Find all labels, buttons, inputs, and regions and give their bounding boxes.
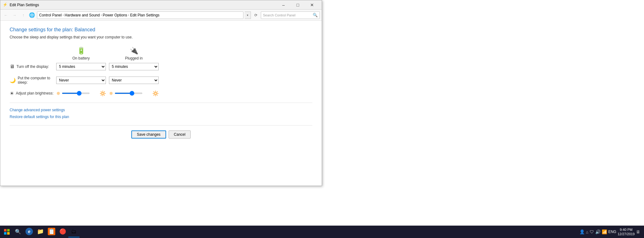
sleep-icon: 🌙: [10, 77, 16, 83]
search-icon[interactable]: 🔍: [313, 13, 318, 17]
close-button[interactable]: ✕: [305, 0, 319, 10]
window-icon: ⚡: [3, 2, 8, 7]
restore-defaults-link[interactable]: Restore default settings for this plan: [10, 115, 312, 119]
display-label: 🖥 Turn off the display:: [10, 64, 56, 69]
maximize-button[interactable]: □: [291, 0, 305, 10]
titlebar: ⚡ Edit Plan Settings – □ ✕: [0, 0, 322, 10]
back-button[interactable]: ←: [2, 11, 10, 19]
brightness-controls: 🔅 🔆 🔅 🔆: [56, 90, 159, 96]
taskbar-app4-button[interactable]: 🔴: [57, 226, 68, 237]
battery-column-header: 🔋 On battery: [56, 47, 106, 60]
brightness-plugged-slider[interactable]: [115, 93, 143, 94]
sleep-battery-select[interactable]: 5 minutes 10 minutes 15 minutes 30 minut…: [56, 77, 106, 84]
brightness-label-text: Adjust plan brightness:: [16, 91, 53, 95]
path-power-options: Power Options: [103, 13, 127, 17]
tray-speaker-icon[interactable]: 🔊: [595, 229, 601, 234]
brightness-battery-min-icon: 🔅: [56, 91, 61, 95]
bottom-buttons: Save changes Cancel: [10, 130, 312, 142]
svg-rect-1: [7, 229, 10, 231]
taskbar-ie-button[interactable]: e: [24, 226, 35, 237]
tray-date-text: 12/27/2019: [618, 232, 635, 236]
brightness-battery-group: 🔅 🔆: [56, 90, 106, 96]
taskbar-explorer-button[interactable]: 📁: [35, 226, 46, 237]
display-label-text: Turn off the display:: [16, 64, 49, 69]
main-window: ⚡ Edit Plan Settings – □ ✕ ← → ↑ 🌐 Contr…: [0, 0, 322, 186]
up-button[interactable]: ↑: [20, 11, 27, 19]
brightness-battery-slider[interactable]: [62, 93, 90, 94]
battery-icon: 🔋: [77, 47, 85, 55]
sleep-setting-row: 🌙 Put the computer to sleep: 5 minutes 1…: [10, 76, 312, 85]
battery-label: On battery: [72, 56, 90, 60]
tray-time-text: 9:40 PM: [620, 227, 633, 232]
svg-rect-0: [4, 229, 7, 231]
brightness-plugged-slider-container: [115, 90, 151, 96]
display-battery-wrapper: 1 minute 2 minutes 3 minutes 5 minutes 1…: [56, 63, 106, 70]
sleep-controls: 5 minutes 10 minutes 15 minutes 30 minut…: [56, 77, 159, 84]
brightness-battery-max-icon: 🔆: [100, 90, 106, 96]
tray-language[interactable]: ENG: [608, 230, 616, 234]
taskbar-tray: 👤 △ 🛡 🔊 📶 ENG 9:40 PM 12/27/2019 🖥: [577, 227, 643, 236]
plugged-column-header: 🔌 Plugged in: [109, 47, 159, 60]
display-controls: 1 minute 2 minutes 3 minutes 5 minutes 1…: [56, 63, 159, 70]
brightness-plugged-group: 🔅 🔆: [109, 90, 159, 96]
display-icon: 🖥: [10, 64, 15, 69]
window-title: Edit Plan Settings: [10, 3, 39, 7]
brightness-icon: ☀: [10, 90, 14, 96]
refresh-button[interactable]: ⟳: [252, 11, 260, 19]
tray-expand-icon[interactable]: △: [586, 230, 588, 234]
search-placeholder-text: Search Control Panel: [263, 13, 311, 17]
tray-security-icon[interactable]: 🛡: [590, 229, 594, 234]
addressbar: ← → ↑ 🌐 Control Panel › Hardware and Sou…: [0, 10, 322, 21]
path-control-panel: Control Panel: [39, 13, 62, 17]
address-path[interactable]: Control Panel › Hardware and Sound › Pow…: [37, 11, 243, 19]
brightness-setting-row: ☀ Adjust plan brightness: 🔅 🔆 🔅: [10, 90, 312, 96]
page-subtitle: Choose the sleep and display settings th…: [10, 35, 312, 39]
search-box[interactable]: Search Control Panel 🔍: [261, 11, 320, 19]
address-dropdown-button[interactable]: ▾: [245, 11, 251, 19]
tray-show-desktop-icon[interactable]: 🖥: [636, 229, 640, 234]
advanced-settings-link[interactable]: Change advanced power settings: [10, 108, 312, 112]
start-button[interactable]: [1, 226, 12, 237]
sleep-plugged-wrapper: 5 minutes 10 minutes 15 minutes 30 minut…: [109, 77, 159, 84]
plugged-icon: 🔌: [130, 47, 138, 55]
taskbar-app5-button[interactable]: 🗂: [68, 226, 79, 237]
brightness-label: ☀ Adjust plan brightness:: [10, 90, 56, 96]
display-plugged-wrapper: 1 minute 2 minutes 3 minutes 5 minutes 1…: [109, 63, 159, 70]
content-area: Change settings for the plan: Balanced C…: [0, 21, 322, 186]
bottom-divider: [10, 125, 312, 126]
links-section: Change advanced power settings Restore d…: [10, 103, 312, 119]
svg-rect-3: [7, 232, 10, 235]
display-setting-row: 🖥 Turn off the display: 1 minute 2 minut…: [10, 63, 312, 70]
sleep-label: 🌙 Put the computer to sleep:: [10, 76, 56, 85]
forward-button[interactable]: →: [11, 11, 18, 19]
brightness-plugged-max-icon: 🔆: [152, 90, 159, 96]
page-title: Change settings for the plan: Balanced: [10, 27, 312, 33]
taskbar-app3-button[interactable]: 📋: [46, 226, 57, 237]
taskbar: 🔍 e 📁 📋 🔴 🗂 👤 △ 🛡 🔊 📶 ENG 9:40 PM 1: [0, 226, 644, 238]
titlebar-left: ⚡ Edit Plan Settings: [3, 2, 39, 7]
path-edit-plan: Edit Plan Settings: [130, 13, 160, 17]
brightness-battery-slider-container: [62, 90, 98, 96]
taskbar-search-button[interactable]: 🔍: [12, 226, 24, 237]
tray-clock[interactable]: 9:40 PM 12/27/2019: [618, 227, 635, 236]
svg-rect-2: [4, 232, 7, 235]
titlebar-controls: – □ ✕: [276, 0, 319, 10]
tray-person-icon[interactable]: 👤: [579, 229, 585, 234]
column-headers: 🔋 On battery 🔌 Plugged in: [56, 47, 312, 60]
path-hardware-sound: Hardware and Sound: [65, 13, 100, 17]
display-battery-select[interactable]: 1 minute 2 minutes 3 minutes 5 minutes 1…: [56, 63, 106, 70]
tray-network-icon[interactable]: 📶: [602, 229, 607, 234]
sleep-battery-wrapper: 5 minutes 10 minutes 15 minutes 30 minut…: [56, 77, 106, 84]
ie-icon: e: [25, 228, 33, 235]
cancel-button[interactable]: Cancel: [169, 130, 191, 139]
sleep-label-text: Put the computer to sleep:: [18, 76, 56, 85]
save-changes-button[interactable]: Save changes: [131, 130, 166, 139]
desktop: ⚡ Edit Plan Settings – □ ✕ ← → ↑ 🌐 Contr…: [0, 0, 644, 238]
brightness-plugged-min-icon: 🔅: [109, 91, 113, 95]
sleep-plugged-select[interactable]: 5 minutes 10 minutes 15 minutes 30 minut…: [109, 77, 159, 84]
display-plugged-select[interactable]: 1 minute 2 minutes 3 minutes 5 minutes 1…: [109, 63, 159, 70]
plugged-label: Plugged in: [125, 56, 143, 60]
minimize-button[interactable]: –: [276, 0, 291, 10]
